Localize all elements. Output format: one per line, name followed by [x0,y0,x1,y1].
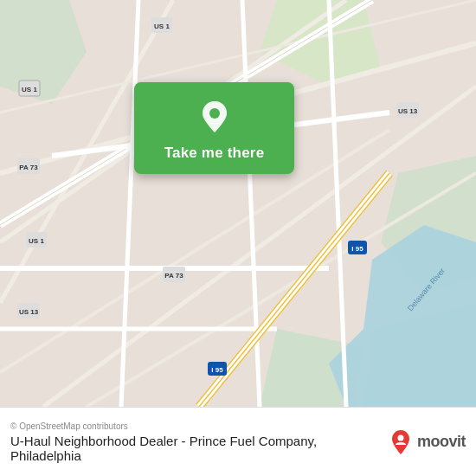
moovit-label: moovit [417,433,466,451]
svg-text:US 13: US 13 [398,107,418,115]
svg-point-47 [397,434,403,441]
svg-text:I 95: I 95 [351,245,363,253]
svg-text:US 13: US 13 [19,308,39,316]
map-container: Delaware River [0,0,476,407]
location-info: © OpenStreetMap contributors U-Haul Neig… [10,421,378,463]
svg-text:PA 73: PA 73 [19,164,38,171]
svg-point-46 [209,108,220,119]
take-me-there-label: Take me there [164,145,265,162]
svg-text:I 95: I 95 [211,366,223,374]
location-subtitle: Philadelphia [10,448,378,463]
take-me-there-popup[interactable]: Take me there [134,82,294,174]
svg-text:US 1: US 1 [29,237,44,245]
svg-text:US 1: US 1 [154,23,170,30]
map-svg: Delaware River [0,0,476,407]
app: Delaware River [0,0,476,476]
moovit-icon [387,428,415,456]
location-pin-icon [196,98,234,136]
bottom-bar: © OpenStreetMap contributors U-Haul Neig… [0,407,476,476]
moovit-logo: moovit [387,428,466,456]
location-title: U-Haul Neighborhood Dealer - Prince Fuel… [10,434,378,448]
copyright-text: © OpenStreetMap contributors [10,421,378,431]
svg-text:US 1: US 1 [22,86,37,93]
svg-text:PA 73: PA 73 [164,272,183,280]
